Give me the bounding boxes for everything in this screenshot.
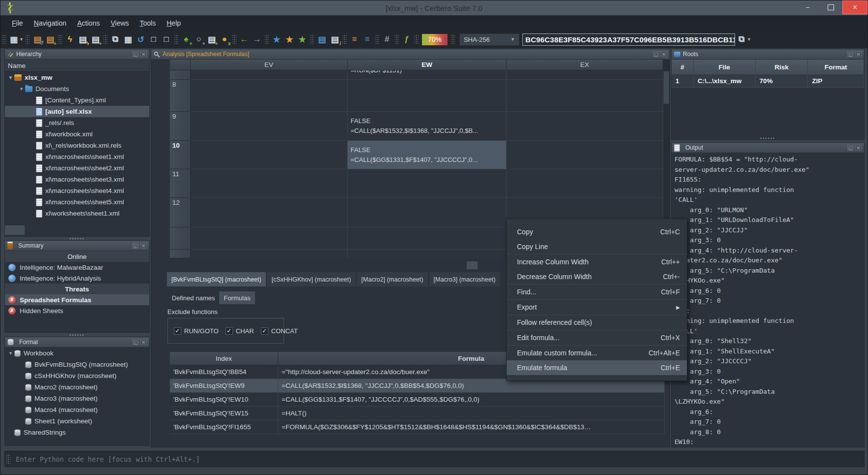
save-icon[interactable]: ▦ (8, 33, 20, 45)
row-header-11[interactable]: 11 (170, 169, 191, 198)
close-panel-icon[interactable]: ✕ (140, 51, 147, 57)
row-header-9[interactable]: 9 (170, 112, 191, 141)
forward-icon[interactable]: → (251, 33, 263, 45)
key-add-icon[interactable]: ●x (219, 33, 230, 45)
python-console[interactable]: Enter Python code here [focus with Ctrl+… (4, 451, 865, 467)
format-panel-header[interactable]: Format ◱ ✕ (5, 337, 149, 348)
frame2-icon[interactable]: □ (161, 33, 172, 45)
close-panel-icon[interactable]: ✕ (855, 51, 862, 57)
minimize-button[interactable]: − (796, 0, 819, 14)
float-panel-icon[interactable]: ◱ (847, 51, 854, 57)
bookmark-blue-icon[interactable]: ★ (271, 33, 283, 45)
checkbox-char[interactable]: ✓CHAR (225, 327, 254, 335)
cell-EW8[interactable] (348, 80, 507, 112)
chevron-down-icon[interactable]: ▾ (7, 350, 14, 356)
cell-EV9[interactable] (191, 112, 348, 141)
frame-icon[interactable]: □ (148, 33, 160, 45)
tree-item[interactable]: xl\macrosheets\sheet2.xml (5, 162, 149, 174)
format-tree-item[interactable]: SharedStrings (5, 427, 149, 438)
horizontal-scrollbar-thumb[interactable] (467, 261, 478, 269)
roots-row[interactable]: 1C:\...\xlsx_mw70%ZIP (672, 74, 864, 88)
context-menu-item-follow-referenced-cell-s[interactable]: Follow referenced cell(s) (507, 315, 687, 330)
search-add-icon[interactable]: ○+ (193, 33, 205, 45)
menu-item-file[interactable]: File (6, 18, 29, 29)
close-panel-icon[interactable]: ✕ (661, 51, 667, 57)
sort-desc-icon[interactable]: ≡ (361, 33, 373, 45)
subtab-defined-names[interactable]: Defined names (167, 291, 219, 304)
format-tree-item[interactable]: Macro2 (macrosheet) (5, 381, 149, 393)
close-panel-icon[interactable]: ✕ (140, 339, 147, 345)
cell-EW9[interactable]: FALSE=CALL($AR$1532,$I$1368, "JJCCJJ",0,… (348, 112, 507, 141)
float-panel-icon[interactable]: ◱ (132, 51, 139, 57)
title-bar[interactable]: [xlsx_mw] - Cerbero Suite 7.0 − × (0, 0, 868, 15)
column-header-EW[interactable]: EW (348, 60, 507, 70)
maximize-button[interactable] (819, 0, 842, 14)
menu-item-tools[interactable]: Tools (134, 18, 161, 29)
context-menu-item-emulate-formula[interactable]: Emulate formulaCtrl+E (507, 360, 687, 375)
chevron-down-icon[interactable]: ▼ (19, 37, 24, 42)
formula-table-row[interactable]: 'BvkFvmBLtsgStQ'!EW9=CALL($AR$1532,$I$13… (170, 379, 665, 393)
context-menu-item-emulate-custom-formula[interactable]: Emulate custom formula...Ctrl+Alt+E (507, 346, 687, 360)
format-tree-item[interactable]: cSxHHGKhov (macrosheet) (5, 370, 149, 381)
float-panel-icon[interactable]: ◱ (132, 339, 139, 345)
float-panel-icon[interactable]: ◱ (132, 243, 139, 249)
tree-item[interactable]: xl\_rels\workbook.xml.rels (5, 140, 149, 151)
hash-icon[interactable]: # (381, 33, 393, 45)
close-panel-icon[interactable]: ✕ (140, 243, 147, 249)
formula-table-row[interactable]: 'BvkFvmBLtsgStQ'!EW10=CALL($GG$1331,$F$1… (170, 393, 665, 407)
cell-EV12[interactable] (191, 198, 348, 227)
context-menu-item-copy[interactable]: CopyCtrl+C (507, 224, 687, 239)
menu-item-actions[interactable]: Actions (72, 18, 105, 29)
sheet-tab-1[interactable]: [BvkFvmBLtsgStQ] (macrosheet) (167, 272, 266, 286)
chevron-down-icon[interactable]: ▼ (747, 37, 751, 42)
cell-EV8[interactable] (191, 80, 348, 112)
sync-icon[interactable]: ↺ (135, 33, 147, 45)
cell-partial[interactable]: =RUN($DF$1151) (348, 70, 507, 80)
hash-value-field[interactable]: BC96C38E3F85C43923A37F57C096EB5B3913B516… (522, 33, 735, 46)
vertical-scrollbar-thumb[interactable] (664, 71, 669, 104)
doc-add-icon[interactable]: ▤+ (206, 33, 218, 45)
chevron-down-icon[interactable]: ▾ (7, 74, 14, 81)
sheet-tab-2[interactable]: [cSxHHGKhov] (macrosheet) (267, 272, 355, 286)
float-panel-icon[interactable]: ◱ (847, 145, 854, 151)
tree-item[interactable]: ▾Documents (5, 83, 149, 95)
menu-item-help[interactable]: Help (161, 18, 186, 29)
context-menu-item-copy-line[interactable]: Copy Line (507, 239, 687, 254)
cell-EX11[interactable] (507, 169, 663, 198)
back-icon[interactable]: ← (238, 33, 250, 45)
hash-algo-select[interactable]: SHA-256 ▼ (459, 33, 519, 46)
format-tree-item[interactable]: ▾Workbook (5, 348, 149, 359)
menu-item-views[interactable]: Views (105, 18, 134, 29)
roots-header-Format[interactable]: Format (808, 60, 864, 74)
file-add-icon[interactable]: ▤+ (90, 33, 101, 45)
context-menu-item-export[interactable]: Export▶ (507, 300, 687, 315)
format-tree-item[interactable]: BvkFvmBLtsgStQ (macrosheet) (5, 359, 149, 370)
cell-EX8[interactable] (507, 80, 663, 112)
summary-item[interactable]: Intelligence: HybridAnalysis (5, 273, 149, 284)
close-panel-icon[interactable]: ✕ (855, 145, 862, 151)
column-header-EX[interactable]: EX (507, 60, 663, 70)
context-menu-item-decrease-column-width[interactable]: Decrease Column WidthCtrl+- (507, 269, 687, 284)
index-column-header[interactable]: Index (170, 352, 278, 365)
analysis-panel-header[interactable]: Analysis [Spreadsheet Formulas] ◱ ✕ (151, 49, 670, 60)
summary-item[interactable]: Intelligence: MalwareBazaar (5, 262, 149, 273)
checkbox-run-goto[interactable]: ✓RUN/GOTO (174, 327, 219, 335)
subtab-formulas[interactable]: Formulas (219, 291, 255, 304)
tree-item[interactable]: xl\macrosheets\sheet5.xml (5, 196, 149, 208)
cell-partial[interactable] (191, 70, 348, 80)
summary-item[interactable]: ✗Spreadsheet Formulas (5, 294, 149, 305)
sheet-tab-4[interactable]: [Macro3] (macrosheet) (429, 272, 500, 286)
tree-item[interactable]: xl\macrosheets\sheet4.xml (5, 185, 149, 196)
quick-scan-icon[interactable]: ϟ (64, 33, 76, 45)
roots-header-File[interactable]: File (694, 60, 756, 74)
summary-item[interactable]: ✗Hidden Sheets (5, 305, 149, 316)
cell-EW12[interactable] (348, 198, 507, 227)
format-tree-item[interactable]: Macro4 (macrosheet) (5, 404, 149, 415)
context-menu-item-increase-column-width[interactable]: Increase Column WidthCtrl++ (507, 254, 687, 269)
cell-partial[interactable] (348, 250, 507, 258)
format-tree-item[interactable]: Macro3 (macrosheet) (5, 393, 149, 404)
tree-item[interactable]: xl\macrosheets\sheet3.xml (5, 174, 149, 185)
tree-add-icon[interactable]: ♠+ (180, 33, 192, 45)
output-panel-header[interactable]: Output ◱ ✕ (672, 143, 864, 153)
output-log[interactable]: FORMULA: $BB$54 = "http://cloud-server-u… (675, 155, 809, 447)
